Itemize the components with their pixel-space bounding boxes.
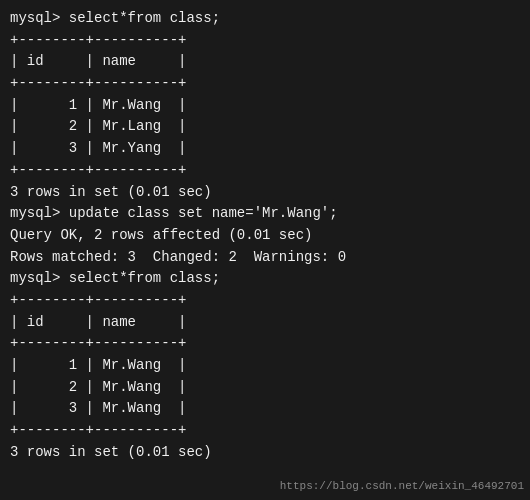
terminal-line: Rows matched: 3 Changed: 2 Warnings: 0 [10, 247, 520, 269]
terminal-line: +--------+----------+ [10, 73, 520, 95]
terminal-line: +--------+----------+ [10, 30, 520, 52]
terminal-line: | 1 | Mr.Wang | [10, 355, 520, 377]
terminal-line: | 2 | Mr.Lang | [10, 116, 520, 138]
terminal-line: Query OK, 2 rows affected (0.01 sec) [10, 225, 520, 247]
terminal-line: | id | name | [10, 312, 520, 334]
terminal-line: | 1 | Mr.Wang | [10, 95, 520, 117]
terminal-line: mysql> update class set name='Mr.Wang'; [10, 203, 520, 225]
terminal-line: | id | name | [10, 51, 520, 73]
terminal-window: mysql> select*from class;+--------+-----… [0, 0, 530, 500]
terminal-line: | 2 | Mr.Wang | [10, 377, 520, 399]
terminal-line: mysql> select*from class; [10, 8, 520, 30]
terminal-line: +--------+----------+ [10, 333, 520, 355]
terminal-line: 3 rows in set (0.01 sec) [10, 442, 520, 464]
terminal-line: | 3 | Mr.Yang | [10, 138, 520, 160]
watermark: https://blog.csdn.net/weixin_46492701 [280, 480, 524, 492]
terminal-line: mysql> select*from class; [10, 268, 520, 290]
terminal-line: 3 rows in set (0.01 sec) [10, 182, 520, 204]
terminal-line: | 3 | Mr.Wang | [10, 398, 520, 420]
terminal-line: +--------+----------+ [10, 290, 520, 312]
terminal-line: +--------+----------+ [10, 160, 520, 182]
terminal-line: +--------+----------+ [10, 420, 520, 442]
